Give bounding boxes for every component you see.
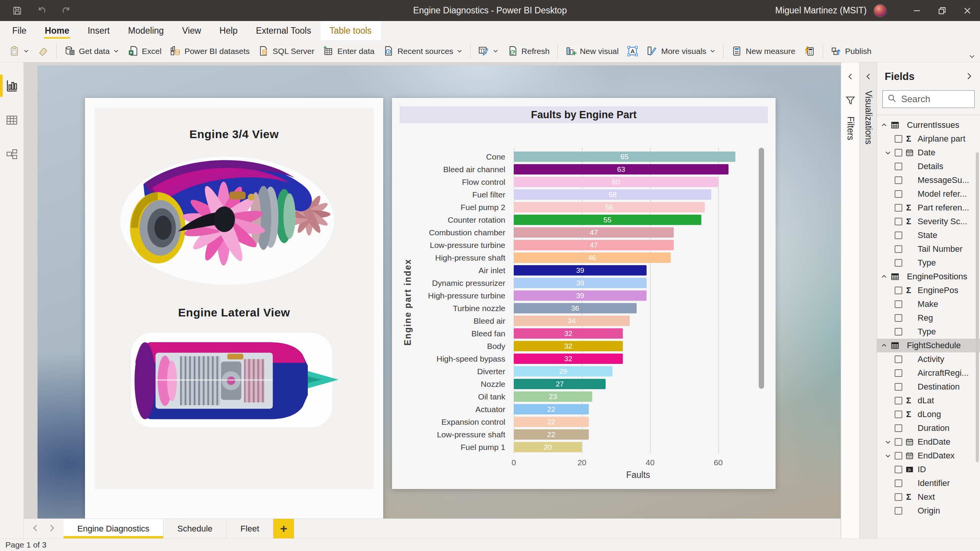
restore-icon[interactable] <box>929 0 955 21</box>
field-item-reg[interactable]: Reg <box>877 311 980 325</box>
chart-bar[interactable]: 39 <box>514 265 647 276</box>
chart-bar[interactable]: 39 <box>514 278 647 288</box>
field-item-state[interactable]: State <box>877 228 980 242</box>
transform-data-button[interactable] <box>474 46 503 57</box>
chart-bar[interactable]: 22 <box>514 404 589 414</box>
avatar[interactable] <box>874 4 887 17</box>
field-checkbox[interactable] <box>895 163 902 170</box>
chart-bar[interactable]: 39 <box>514 290 647 301</box>
excel-button[interactable]: Excel <box>123 46 166 57</box>
enter-data-button[interactable]: Enter data <box>318 46 379 57</box>
next-page-icon[interactable] <box>49 524 55 533</box>
chart-bar[interactable]: 55 <box>514 215 701 225</box>
field-checkbox[interactable] <box>895 507 902 515</box>
user-name[interactable]: Miguel Martinez (MSIT) <box>775 5 867 16</box>
field-item-dlat[interactable]: ΣdLat <box>877 394 980 408</box>
field-checkbox[interactable] <box>895 149 902 156</box>
field-item-severity-sc[interactable]: ΣSeverity Sc... <box>877 215 980 228</box>
field-item-enddatex[interactable]: EndDatex <box>877 449 980 463</box>
power-bi-datasets-button[interactable]: Power BI datasets <box>166 46 254 57</box>
field-checkbox[interactable] <box>895 369 902 377</box>
field-checkbox[interactable] <box>895 411 902 418</box>
page-tab-engine-diagnostics[interactable]: Engine Diagnostics <box>64 519 163 538</box>
page-tab-fleet[interactable]: Fleet <box>227 519 273 538</box>
get-data-button[interactable]: Get data <box>60 46 123 57</box>
field-checkbox[interactable] <box>895 328 902 336</box>
menu-home[interactable]: Home <box>36 21 78 40</box>
collapse-ribbon-icon[interactable] <box>969 53 975 61</box>
report-view-button[interactable] <box>0 79 23 92</box>
field-item-model-refer[interactable]: Model refer... <box>877 187 980 201</box>
chart-bar[interactable]: 34 <box>514 316 630 326</box>
field-checkbox[interactable] <box>895 397 902 404</box>
field-item-tail-number[interactable]: Tail Number <box>877 242 980 256</box>
field-item-dlong[interactable]: ΣdLong <box>877 408 980 421</box>
chart-bar[interactable]: 22 <box>514 417 589 427</box>
format-painter-button[interactable] <box>33 46 53 57</box>
visualizations-panel-label[interactable]: Visualizations <box>863 91 874 144</box>
chart-bar[interactable]: 47 <box>514 240 674 250</box>
chart-bar[interactable]: 32 <box>514 328 623 339</box>
more-visuals-button[interactable]: More visuals <box>642 46 720 57</box>
chart-bar[interactable]: 22 <box>514 429 589 440</box>
fields-search-box[interactable] <box>882 90 975 108</box>
chart-bar[interactable]: 63 <box>514 164 728 174</box>
chart-bar[interactable]: 29 <box>514 366 612 377</box>
menu-modeling[interactable]: Modeling <box>119 21 173 40</box>
field-table-fightschedule[interactable]: FightSchedule <box>877 339 980 352</box>
field-item-airplane-part[interactable]: ΣAirplane part <box>877 132 980 146</box>
field-item-destination[interactable]: Destination <box>877 380 980 394</box>
field-item-make[interactable]: Make <box>877 297 980 311</box>
field-checkbox[interactable] <box>895 479 902 487</box>
field-checkbox[interactable] <box>895 218 902 225</box>
field-item-type[interactable]: Type <box>877 256 980 270</box>
field-checkbox[interactable] <box>895 245 902 253</box>
faults-bar-chart-visual[interactable]: Faults by Engine Part Engine part index … <box>392 98 776 489</box>
field-item-part-referen[interactable]: ΣPart referen... <box>877 201 980 215</box>
field-checkbox[interactable] <box>895 300 902 308</box>
field-table-currentissues[interactable]: CurrentIssues <box>877 118 980 132</box>
collapse-fields-icon[interactable] <box>965 72 973 82</box>
field-checkbox[interactable] <box>895 287 902 294</box>
field-checkbox[interactable] <box>895 383 902 391</box>
model-view-button[interactable] <box>0 148 23 161</box>
field-item-aircraftregi[interactable]: AircraftRegi... <box>877 366 980 380</box>
field-item-origin[interactable]: Origin <box>877 504 980 518</box>
sql-server-button[interactable]: SQL Server <box>254 46 318 57</box>
data-view-button[interactable] <box>0 114 23 127</box>
save-icon[interactable] <box>12 6 22 16</box>
engine-views-visual[interactable]: Engine 3/4 View <box>85 98 383 518</box>
field-item-enddate[interactable]: EndDate <box>877 435 980 449</box>
undo-icon[interactable] <box>37 6 47 16</box>
filters-panel-label[interactable]: Filters <box>845 116 856 140</box>
field-item-id[interactable]: fxID <box>877 463 980 476</box>
chart-scrollbar[interactable] <box>759 148 764 389</box>
field-checkbox[interactable] <box>895 135 902 143</box>
field-checkbox[interactable] <box>895 231 902 239</box>
field-checkbox[interactable] <box>895 204 902 212</box>
new-visual-button[interactable]: New visual <box>561 46 623 57</box>
field-item-activity[interactable]: Activity <box>877 352 980 366</box>
chart-bar[interactable]: 56 <box>514 202 705 212</box>
field-item-details[interactable]: Details <box>877 160 980 173</box>
menu-file[interactable]: File <box>3 21 36 40</box>
menu-help[interactable]: Help <box>210 21 247 40</box>
chart-bar[interactable]: 20 <box>514 442 582 452</box>
redo-icon[interactable] <box>61 6 71 16</box>
menu-view[interactable]: View <box>173 21 210 40</box>
field-checkbox[interactable] <box>895 438 902 446</box>
quick-measure-button[interactable] <box>800 46 819 57</box>
chart-bar[interactable]: 47 <box>514 227 674 238</box>
field-checkbox[interactable] <box>895 355 902 363</box>
page-tab-schedule[interactable]: Schedule <box>163 519 227 538</box>
chart-bar[interactable]: 27 <box>514 379 606 389</box>
expand-visualizations-icon[interactable] <box>865 73 872 82</box>
chart-bar[interactable]: 46 <box>514 253 671 263</box>
menu-insert[interactable]: Insert <box>78 21 119 40</box>
chart-bar[interactable]: 32 <box>514 341 623 351</box>
field-checkbox[interactable] <box>895 259 902 267</box>
text-box-button[interactable]: A <box>623 46 642 57</box>
field-checkbox[interactable] <box>895 314 902 322</box>
field-item-identifier[interactable]: Identifier <box>877 476 980 490</box>
chart-bar[interactable]: 65 <box>514 152 735 162</box>
